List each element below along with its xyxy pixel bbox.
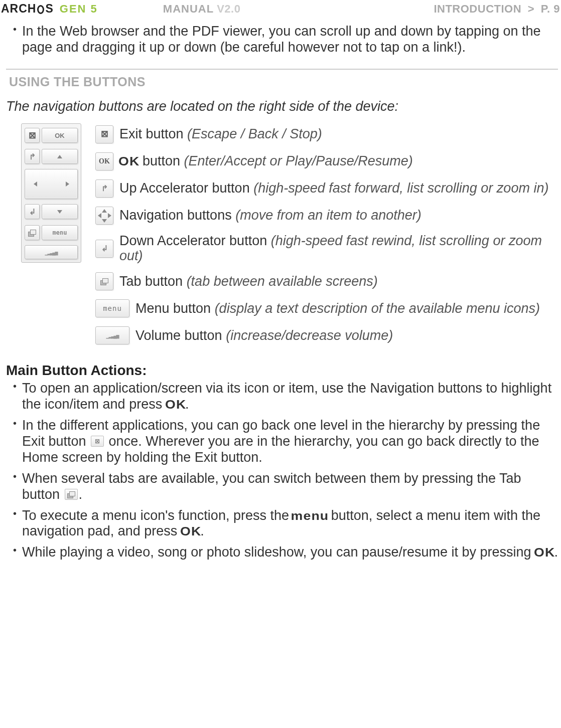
ok-text: OK	[180, 524, 201, 539]
button-label: Up Accelerator button	[119, 180, 250, 196]
close-icon: ⊠	[95, 125, 113, 143]
button-desc: (tab between available screens)	[187, 274, 378, 289]
main-actions-heading: Main Button Actions:	[6, 362, 560, 379]
button-label: Navigation buttons	[119, 208, 232, 223]
panel-nav-down	[42, 204, 78, 219]
section-intro: The navigation buttons are located on th…	[6, 98, 560, 114]
button-desc: (high-speed fast forward, list scrolling…	[253, 180, 548, 196]
panel-nav-up	[42, 149, 78, 164]
menu-icon: menu	[53, 229, 67, 236]
ok-icon: OK	[55, 132, 65, 139]
breadcrumb-page: P. 9	[541, 3, 560, 15]
accel-down-icon: ↲	[29, 207, 36, 217]
page-header: ARCHS GEN 5 MANUAL V2.0 INTRODUCTION > P…	[0, 0, 561, 19]
intro-bullet-list: In the Web browser and the PDF viewer, y…	[6, 24, 560, 56]
action-item: While playing a video, song or photo sli…	[13, 544, 560, 561]
button-label: Volume button	[135, 328, 222, 343]
button-row-ok: OK OK button (Enter/Accept or Play/Pause…	[95, 152, 560, 170]
button-label: Down Accelerator button	[119, 233, 267, 248]
button-desc: (Escape / Back / Stop)	[187, 126, 322, 141]
chevron-down-icon	[57, 210, 62, 214]
tab-icon	[95, 272, 113, 290]
manual-version: V2.0	[217, 3, 240, 16]
section-divider	[6, 69, 558, 70]
chevron-up-icon	[57, 155, 62, 158]
accel-up-icon: ↱	[29, 152, 36, 161]
button-label: button	[138, 153, 180, 168]
button-row-exit: ⊠ Exit button (Escape / Back / Stop)	[95, 125, 560, 143]
button-row-menu: menu Menu button (display a text descrip…	[95, 299, 560, 317]
button-row-tab: Tab button (tab between available screen…	[95, 272, 560, 290]
gen-label: GEN 5	[60, 3, 98, 16]
button-row-up-accel: ↱ Up Accelerator button (high-speed fast…	[95, 179, 560, 198]
main-actions-list: To open an application/screen via its ic…	[6, 381, 560, 561]
chevron-right-icon	[66, 181, 69, 187]
brand-logo: ARCHS	[1, 2, 54, 16]
panel-tab-button	[25, 225, 40, 240]
button-desc: (display a text description of the avail…	[215, 301, 540, 316]
chevron-left-icon	[34, 181, 37, 187]
ok-icon: OK	[95, 152, 113, 170]
button-label-heavy: OK	[118, 155, 139, 168]
button-label: Menu button	[135, 301, 211, 316]
breadcrumb-sep: >	[528, 3, 534, 15]
button-desc: (Enter/Accept or Play/Pause/Resume)	[184, 153, 413, 168]
volume-icon: ▁▂▃▄▅	[45, 250, 57, 255]
nav-cross-icon	[95, 207, 113, 225]
button-desc: (increase/decrease volume)	[226, 328, 393, 343]
button-label: Tab button	[119, 274, 183, 289]
logo-o-icon	[37, 5, 44, 14]
ok-text: OK	[534, 545, 555, 560]
panel-ok-button: OK	[42, 128, 78, 143]
action-item: In the different applications, you can g…	[13, 418, 560, 466]
panel-nav-pad	[25, 169, 78, 199]
button-row-nav: Navigation buttons (move from an item to…	[95, 207, 560, 225]
action-item: To execute a menu icon's function, press…	[13, 508, 560, 540]
button-descriptions: ⊠ Exit button (Escape / Back / Stop) OK …	[95, 123, 560, 344]
tab-icon	[65, 489, 78, 500]
tab-icon	[28, 230, 36, 236]
breadcrumb: INTRODUCTION > P. 9	[434, 3, 560, 16]
manual-label: MANUAL	[163, 3, 214, 16]
close-icon: ⊠	[91, 436, 104, 447]
section-title: USING THE BUTTONS	[9, 75, 560, 89]
action-item: When several tabs are available, you can…	[13, 471, 560, 503]
volume-icon: ▁▂▃▄▅	[95, 326, 129, 344]
panel-exit-button: ⊠	[25, 128, 40, 143]
panel-accel-up-button: ↱	[25, 149, 40, 164]
ok-text: OK	[165, 398, 186, 412]
panel-volume-button: ▁▂▃▄▅	[25, 245, 78, 259]
intro-bullet: In the Web browser and the PDF viewer, y…	[13, 24, 560, 56]
button-desc: (move from an item to another)	[235, 208, 422, 223]
button-row-down-accel: ↲ Down Accelerator button (high-speed fa…	[95, 234, 560, 263]
button-label: Exit button	[119, 126, 184, 141]
panel-accel-down-button: ↲	[25, 204, 40, 219]
button-row-volume: ▁▂▃▄▅ Volume button (increase/decrease v…	[95, 326, 560, 344]
menu-text: menu	[291, 509, 329, 523]
device-button-panel: ⊠ OK ↱ ↲ menu ▁▂▃▄▅	[21, 123, 81, 263]
accel-up-icon: ↱	[95, 179, 113, 198]
accel-down-icon: ↲	[95, 240, 113, 258]
action-item: To open an application/screen via its ic…	[13, 381, 560, 413]
menu-icon: menu	[95, 299, 129, 317]
panel-menu-button: menu	[42, 225, 78, 240]
breadcrumb-section: INTRODUCTION	[434, 3, 521, 15]
close-icon: ⊠	[29, 130, 36, 141]
